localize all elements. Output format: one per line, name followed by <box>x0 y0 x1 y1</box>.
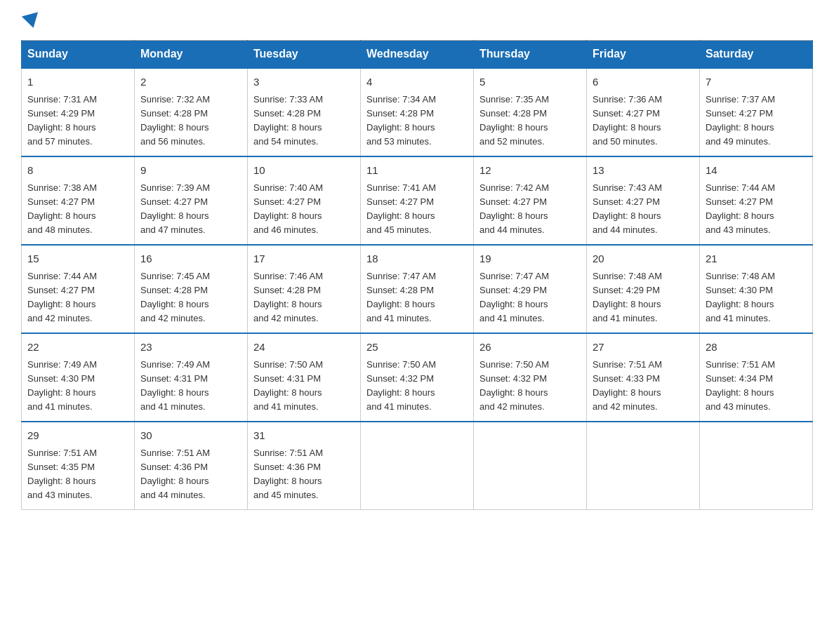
day-number: 4 <box>366 74 468 90</box>
calendar-cell: 26 Sunrise: 7:50 AM Sunset: 4:32 PM Dayl… <box>474 333 587 422</box>
day-number: 29 <box>27 428 128 444</box>
calendar-week-row: 29 Sunrise: 7:51 AM Sunset: 4:35 PM Dayl… <box>22 422 813 510</box>
day-info: Sunrise: 7:44 AM Sunset: 4:27 PM Dayligh… <box>27 269 128 326</box>
day-info: Sunrise: 7:49 AM Sunset: 4:30 PM Dayligh… <box>27 358 128 415</box>
day-info: Sunrise: 7:51 AM Sunset: 4:34 PM Dayligh… <box>706 358 807 415</box>
calendar-week-row: 1 Sunrise: 7:31 AM Sunset: 4:29 PM Dayli… <box>22 68 813 156</box>
logo <box>21 14 40 26</box>
day-number: 22 <box>27 340 128 356</box>
calendar-cell: 9 Sunrise: 7:39 AM Sunset: 4:27 PM Dayli… <box>135 156 248 245</box>
calendar-week-row: 22 Sunrise: 7:49 AM Sunset: 4:30 PM Dayl… <box>22 333 813 422</box>
day-number: 27 <box>593 340 694 356</box>
day-info: Sunrise: 7:33 AM Sunset: 4:28 PM Dayligh… <box>253 93 355 149</box>
day-number: 25 <box>366 340 468 356</box>
day-number: 1 <box>27 74 128 90</box>
calendar-cell: 19 Sunrise: 7:47 AM Sunset: 4:29 PM Dayl… <box>474 245 587 333</box>
day-info: Sunrise: 7:42 AM Sunset: 4:27 PM Dayligh… <box>479 181 581 238</box>
day-info: Sunrise: 7:40 AM Sunset: 4:27 PM Dayligh… <box>253 181 355 238</box>
page-header <box>21 14 813 26</box>
calendar-cell: 14 Sunrise: 7:44 AM Sunset: 4:27 PM Dayl… <box>700 156 813 245</box>
day-info: Sunrise: 7:45 AM Sunset: 4:28 PM Dayligh… <box>140 269 241 326</box>
calendar-table: SundayMondayTuesdayWednesdayThursdayFrid… <box>21 40 813 510</box>
day-info: Sunrise: 7:34 AM Sunset: 4:28 PM Dayligh… <box>366 93 468 149</box>
day-number: 30 <box>140 428 241 444</box>
day-info: Sunrise: 7:36 AM Sunset: 4:27 PM Dayligh… <box>593 93 694 149</box>
day-of-week-header: Monday <box>135 41 248 69</box>
day-of-week-header: Friday <box>587 41 700 69</box>
day-number: 17 <box>253 251 355 267</box>
calendar-cell: 22 Sunrise: 7:49 AM Sunset: 4:30 PM Dayl… <box>22 333 135 422</box>
calendar-cell: 7 Sunrise: 7:37 AM Sunset: 4:27 PM Dayli… <box>700 68 813 156</box>
day-info: Sunrise: 7:38 AM Sunset: 4:27 PM Dayligh… <box>27 181 128 238</box>
day-info: Sunrise: 7:51 AM Sunset: 4:36 PM Dayligh… <box>140 446 241 503</box>
calendar-cell: 23 Sunrise: 7:49 AM Sunset: 4:31 PM Dayl… <box>135 333 248 422</box>
calendar-cell: 18 Sunrise: 7:47 AM Sunset: 4:28 PM Dayl… <box>361 245 474 333</box>
calendar-cell: 1 Sunrise: 7:31 AM Sunset: 4:29 PM Dayli… <box>22 68 135 156</box>
day-number: 3 <box>253 74 355 90</box>
day-info: Sunrise: 7:48 AM Sunset: 4:30 PM Dayligh… <box>706 269 807 326</box>
day-info: Sunrise: 7:51 AM Sunset: 4:36 PM Dayligh… <box>253 446 355 503</box>
calendar-week-row: 15 Sunrise: 7:44 AM Sunset: 4:27 PM Dayl… <box>22 245 813 333</box>
day-info: Sunrise: 7:51 AM Sunset: 4:33 PM Dayligh… <box>593 358 694 415</box>
calendar-cell <box>361 422 474 510</box>
day-info: Sunrise: 7:37 AM Sunset: 4:27 PM Dayligh… <box>706 93 807 149</box>
day-number: 13 <box>593 163 694 179</box>
day-number: 7 <box>706 74 807 90</box>
day-info: Sunrise: 7:47 AM Sunset: 4:28 PM Dayligh… <box>366 269 468 326</box>
calendar-cell: 21 Sunrise: 7:48 AM Sunset: 4:30 PM Dayl… <box>700 245 813 333</box>
day-info: Sunrise: 7:50 AM Sunset: 4:32 PM Dayligh… <box>479 358 581 415</box>
calendar-cell: 28 Sunrise: 7:51 AM Sunset: 4:34 PM Dayl… <box>700 333 813 422</box>
day-of-week-header: Tuesday <box>248 41 361 69</box>
calendar-cell: 13 Sunrise: 7:43 AM Sunset: 4:27 PM Dayl… <box>587 156 700 245</box>
calendar-cell: 2 Sunrise: 7:32 AM Sunset: 4:28 PM Dayli… <box>135 68 248 156</box>
calendar-cell: 11 Sunrise: 7:41 AM Sunset: 4:27 PM Dayl… <box>361 156 474 245</box>
day-info: Sunrise: 7:35 AM Sunset: 4:28 PM Dayligh… <box>479 93 581 149</box>
day-number: 15 <box>27 251 128 267</box>
day-info: Sunrise: 7:39 AM Sunset: 4:27 PM Dayligh… <box>140 181 241 238</box>
day-number: 12 <box>479 163 581 179</box>
calendar-cell <box>587 422 700 510</box>
day-info: Sunrise: 7:51 AM Sunset: 4:35 PM Dayligh… <box>27 446 128 503</box>
day-of-week-header: Sunday <box>22 41 135 69</box>
day-number: 5 <box>479 74 581 90</box>
calendar-cell: 10 Sunrise: 7:40 AM Sunset: 4:27 PM Dayl… <box>248 156 361 245</box>
day-number: 11 <box>366 163 468 179</box>
calendar-week-row: 8 Sunrise: 7:38 AM Sunset: 4:27 PM Dayli… <box>22 156 813 245</box>
day-number: 26 <box>479 340 581 356</box>
calendar-cell: 12 Sunrise: 7:42 AM Sunset: 4:27 PM Dayl… <box>474 156 587 245</box>
calendar-cell: 17 Sunrise: 7:46 AM Sunset: 4:28 PM Dayl… <box>248 245 361 333</box>
day-number: 19 <box>479 251 581 267</box>
day-info: Sunrise: 7:50 AM Sunset: 4:31 PM Dayligh… <box>253 358 355 415</box>
calendar-cell: 6 Sunrise: 7:36 AM Sunset: 4:27 PM Dayli… <box>587 68 700 156</box>
calendar-cell: 31 Sunrise: 7:51 AM Sunset: 4:36 PM Dayl… <box>248 422 361 510</box>
day-of-week-header: Wednesday <box>361 41 474 69</box>
calendar-cell: 5 Sunrise: 7:35 AM Sunset: 4:28 PM Dayli… <box>474 68 587 156</box>
calendar-cell: 16 Sunrise: 7:45 AM Sunset: 4:28 PM Dayl… <box>135 245 248 333</box>
day-number: 28 <box>706 340 807 356</box>
day-of-week-header: Saturday <box>700 41 813 69</box>
day-number: 18 <box>366 251 468 267</box>
day-number: 14 <box>706 163 807 179</box>
day-number: 31 <box>253 428 355 444</box>
day-number: 6 <box>593 74 694 90</box>
calendar-cell: 24 Sunrise: 7:50 AM Sunset: 4:31 PM Dayl… <box>248 333 361 422</box>
calendar-cell: 30 Sunrise: 7:51 AM Sunset: 4:36 PM Dayl… <box>135 422 248 510</box>
day-info: Sunrise: 7:31 AM Sunset: 4:29 PM Dayligh… <box>27 93 128 149</box>
calendar-cell <box>474 422 587 510</box>
day-info: Sunrise: 7:48 AM Sunset: 4:29 PM Dayligh… <box>593 269 694 326</box>
day-number: 8 <box>27 163 128 179</box>
day-info: Sunrise: 7:49 AM Sunset: 4:31 PM Dayligh… <box>140 358 241 415</box>
day-info: Sunrise: 7:32 AM Sunset: 4:28 PM Dayligh… <box>140 93 241 149</box>
day-number: 20 <box>593 251 694 267</box>
day-number: 23 <box>140 340 241 356</box>
day-number: 16 <box>140 251 241 267</box>
calendar-cell: 29 Sunrise: 7:51 AM Sunset: 4:35 PM Dayl… <box>22 422 135 510</box>
calendar-cell: 27 Sunrise: 7:51 AM Sunset: 4:33 PM Dayl… <box>587 333 700 422</box>
day-info: Sunrise: 7:47 AM Sunset: 4:29 PM Dayligh… <box>479 269 581 326</box>
day-number: 21 <box>706 251 807 267</box>
calendar-cell: 20 Sunrise: 7:48 AM Sunset: 4:29 PM Dayl… <box>587 245 700 333</box>
day-info: Sunrise: 7:44 AM Sunset: 4:27 PM Dayligh… <box>706 181 807 238</box>
day-number: 24 <box>253 340 355 356</box>
calendar-cell: 15 Sunrise: 7:44 AM Sunset: 4:27 PM Dayl… <box>22 245 135 333</box>
day-number: 2 <box>140 74 241 90</box>
